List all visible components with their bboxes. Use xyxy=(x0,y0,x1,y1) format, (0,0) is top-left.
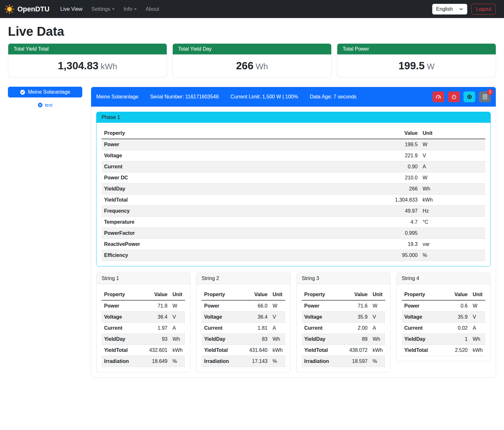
property-cell: Power xyxy=(102,139,370,150)
power-toggle-button[interactable] xyxy=(448,91,460,102)
unit-cell: A xyxy=(370,323,385,334)
table-row: Current 1.81 A xyxy=(202,323,285,334)
header-value: Value xyxy=(345,289,370,300)
value-cell: 199.5 xyxy=(370,139,420,150)
metric-unit: Wh xyxy=(256,62,268,71)
nav-item-settings[interactable]: Settings xyxy=(88,3,119,15)
header-value: Value xyxy=(145,289,170,300)
check-circle-icon xyxy=(20,90,25,95)
property-cell: Frequency xyxy=(102,206,370,217)
value-cell: 0.02 xyxy=(445,323,470,334)
string-2-card: String 2 Property Value Unit xyxy=(196,273,290,372)
metric-value: 199.5 xyxy=(398,60,425,72)
inverter-test-link[interactable]: test xyxy=(8,102,82,108)
unit-cell: A xyxy=(420,161,485,172)
table-row: Power 0.6 W xyxy=(402,300,485,312)
value-cell: 1.81 xyxy=(245,323,270,334)
property-cell: YieldTotal xyxy=(302,345,345,356)
string-card-body: Property Value Unit Power 66.0 xyxy=(196,284,290,372)
header-property: Property xyxy=(402,289,445,300)
inverter-data-age: Data Age: 7 seconds xyxy=(310,94,357,100)
unit-cell: kWh xyxy=(270,345,285,356)
unit-cell: Hz xyxy=(420,206,485,217)
table-row: PowerFactor 0.995 xyxy=(102,228,485,239)
nav-item-live-view[interactable]: Live View xyxy=(56,3,86,15)
strings-row: String 1 Property Value Unit xyxy=(96,273,491,372)
unit-cell: A xyxy=(170,323,185,334)
value-cell: 210.0 xyxy=(370,172,420,184)
card-title: Total Yield Day xyxy=(173,44,331,54)
inverter-panel: Meine Solaranlage Serial Number: 1161716… xyxy=(91,87,496,378)
value-cell: 2.00 xyxy=(345,323,370,334)
property-cell: YieldDay xyxy=(202,334,245,345)
unit-cell: V xyxy=(170,312,185,323)
unit-cell: V xyxy=(370,312,385,323)
property-cell: Voltage xyxy=(102,312,145,323)
property-cell: Power xyxy=(102,300,145,312)
language-select[interactable]: English xyxy=(432,4,467,15)
header-property: Property xyxy=(102,128,370,139)
value-cell: 221.9 xyxy=(370,150,420,161)
metric-value: 1,304.83 xyxy=(58,60,98,72)
brand-name: OpenDTU xyxy=(17,5,49,13)
value-cell: 0.6 xyxy=(445,300,470,312)
table-row: YieldTotal 1,304.833 kWh xyxy=(102,195,485,206)
unit-cell: V xyxy=(270,312,285,323)
table-header-row: Property Value Unit xyxy=(102,289,185,300)
content-row: Meine Solaranlage test Meine Solaranlage… xyxy=(8,87,496,378)
property-cell: YieldDay xyxy=(402,334,445,345)
table-row: Current 0.02 A xyxy=(402,323,485,334)
property-cell: Power xyxy=(302,300,345,312)
main-nav: Live View Settings Info About xyxy=(56,3,163,15)
string-card-body: Property Value Unit Power 71.8 xyxy=(96,284,190,372)
unit-cell: A xyxy=(470,323,485,334)
nav-item-about[interactable]: About xyxy=(142,3,163,15)
value-cell: 93 xyxy=(145,334,170,345)
table-row: Efficiency 95.000 % xyxy=(102,250,485,261)
table-row: YieldDay 83 Wh xyxy=(202,334,285,345)
property-cell: Current xyxy=(202,323,245,334)
table-row: Voltage 221.9 V xyxy=(102,150,485,161)
logout-button[interactable]: Logout xyxy=(471,4,496,15)
unit-cell: W xyxy=(270,300,285,312)
string-data-table: Property Value Unit Power 0.6 xyxy=(402,289,485,356)
property-cell: YieldDay xyxy=(102,334,145,345)
table-row: Irradiation 18.649 % xyxy=(102,356,185,367)
unit-cell: Wh xyxy=(420,184,485,195)
unit-cell: V xyxy=(420,150,485,161)
table-header-row: Property Value Unit xyxy=(402,289,485,300)
header-property: Property xyxy=(102,289,145,300)
nav-item-label: Settings xyxy=(91,6,110,12)
inverter-select-button[interactable]: Meine Solaranlage xyxy=(8,87,82,97)
header-value: Value xyxy=(445,289,470,300)
header-unit: Unit xyxy=(170,289,185,300)
property-cell: Irradiation xyxy=(102,356,145,367)
nav-item-info[interactable]: Info xyxy=(120,3,140,15)
summary-cards-row: Total Yield Total 1,304.83kWh Total Yiel… xyxy=(8,43,496,78)
table-row: YieldTotal 2.520 kWh xyxy=(402,345,485,356)
device-info-button[interactable] xyxy=(464,91,475,102)
value-cell: 432.601 xyxy=(145,345,170,356)
value-cell: 0.995 xyxy=(370,228,420,239)
inverter-limit: Current Limit: 1,500 W | 100% xyxy=(230,94,298,100)
value-cell: 18.597 xyxy=(345,356,370,367)
table-row: Temperature 4.7 °C xyxy=(102,217,485,228)
table-row: Current 1.97 A xyxy=(102,323,185,334)
value-cell: 36.4 xyxy=(245,312,270,323)
header-unit: Unit xyxy=(470,289,485,300)
total-yield-day-card: Total Yield Day 266Wh xyxy=(172,43,332,78)
event-log-button[interactable]: 2 xyxy=(479,91,491,102)
table-row: Irradiation 17.143 % xyxy=(202,356,285,367)
unit-cell: Wh xyxy=(470,334,485,345)
string-card-title: String 2 xyxy=(196,273,290,284)
unit-cell: kWh xyxy=(470,345,485,356)
brand[interactable]: OpenDTU xyxy=(4,4,49,14)
property-cell: Temperature xyxy=(102,217,370,228)
value-cell: 95.000 xyxy=(370,250,420,261)
unit-cell xyxy=(420,228,485,239)
table-row: Power 66.0 W xyxy=(202,300,285,312)
string-card-body: Property Value Unit Power 0.6 xyxy=(397,284,490,361)
property-cell: Power DC xyxy=(102,172,370,184)
inverter-actions: 2 xyxy=(432,91,491,102)
limit-settings-button[interactable] xyxy=(432,91,444,102)
